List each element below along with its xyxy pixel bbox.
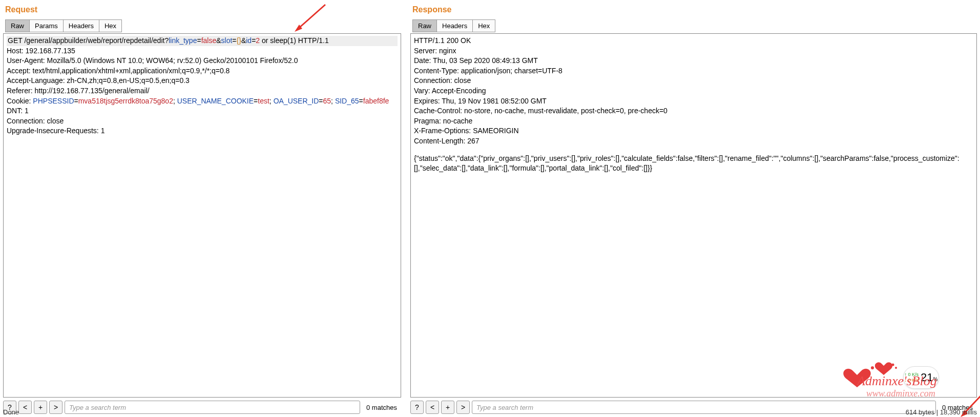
param-key: id: [246, 36, 252, 45]
request-tab-row: Raw Params Headers Hex: [3, 19, 401, 32]
response-line: Content-Length: 267: [414, 136, 973, 147]
help-button[interactable]: ?: [3, 401, 16, 414]
request-search-input[interactable]: [65, 401, 360, 414]
next-match-button[interactable]: >: [456, 401, 470, 414]
tab-hex[interactable]: Hex: [99, 19, 122, 32]
header-line: Connection: close: [7, 116, 398, 127]
header-cookie: Cookie: PHPSESSID=mva518tjsg5errdk8toa75…: [7, 96, 398, 107]
header-line: User-Agent: Mozilla/5.0 (Windows NT 10.0…: [7, 56, 398, 66]
response-search-input[interactable]: [472, 401, 936, 414]
response-line: HTTP/1.1 200 OK: [414, 36, 973, 46]
param-key: link_type: [169, 36, 197, 45]
param-key: slot: [221, 36, 233, 45]
response-line: Cache-Control: no-store, no-cache, must-…: [414, 106, 973, 116]
response-body: {"status":"ok","data":{"priv_organs":[],…: [414, 154, 973, 174]
response-pane: Response Raw Headers Hex HTTP/1.1 200 OK…: [407, 0, 980, 417]
header-line: Referer: http://192.168.77.135/general/e…: [7, 86, 398, 96]
tab-params[interactable]: Params: [29, 19, 64, 32]
response-line: Expires: Thu, 19 Nov 1981 08:52:00 GMT: [414, 96, 973, 107]
param-val: 2: [256, 36, 260, 45]
http-proto: HTTP/1.1: [296, 36, 329, 45]
tab-headers[interactable]: Headers: [63, 19, 99, 32]
header-line: DNT: 1: [7, 106, 398, 116]
prev-match-button[interactable]: <: [426, 401, 439, 414]
http-method: GET: [8, 36, 24, 45]
response-footer: ? < + > 0 matches: [410, 400, 977, 415]
response-line: Connection: close: [414, 76, 973, 86]
add-button[interactable]: +: [34, 401, 47, 414]
response-line: X-Frame-Options: SAMEORIGIN: [414, 126, 973, 136]
param-val: {}: [237, 36, 241, 45]
response-match-count: 0 matches: [938, 402, 977, 413]
tab-hex[interactable]: Hex: [472, 19, 495, 32]
response-title: Response: [412, 5, 975, 14]
response-line: Pragma: no-cache: [414, 116, 973, 127]
response-line: Server: nginx: [414, 46, 973, 56]
request-footer: ? < + > 0 matches: [3, 400, 401, 415]
response-content[interactable]: HTTP/1.1 200 OK Server: nginx Date: Thu,…: [410, 33, 977, 398]
add-button[interactable]: +: [441, 401, 454, 414]
request-first-line: GET /general/appbuilder/web/report/repde…: [7, 36, 398, 46]
sql-injection-text: or sleep(1): [260, 36, 296, 45]
header-line: Accept-Language: zh-CN,zh;q=0.8,en-US;q=…: [7, 76, 398, 86]
app-root: Request Raw Params Headers Hex GET /gene…: [0, 0, 980, 417]
request-match-count: 0 matches: [362, 402, 401, 413]
next-match-button[interactable]: >: [49, 401, 62, 414]
response-line: Content-Type: application/json; charset=…: [414, 66, 973, 76]
param-val: false: [201, 36, 217, 45]
header-line: Accept: text/html,application/xhtml+xml,…: [7, 66, 398, 76]
request-content[interactable]: GET /general/appbuilder/web/report/repde…: [3, 33, 401, 398]
tab-raw[interactable]: Raw: [5, 19, 30, 32]
prev-match-button[interactable]: <: [18, 401, 32, 414]
http-path: /general/appbuilder/web/report/repdetail…: [24, 36, 169, 45]
help-button[interactable]: ?: [410, 401, 424, 414]
request-title: Request: [5, 5, 399, 14]
tab-headers[interactable]: Headers: [436, 19, 473, 32]
response-line: Date: Thu, 03 Sep 2020 08:49:13 GMT: [414, 56, 973, 66]
request-pane: Request Raw Params Headers Hex GET /gene…: [0, 0, 407, 417]
header-line: Host: 192.168.77.135: [7, 46, 398, 56]
tab-raw[interactable]: Raw: [412, 19, 437, 32]
response-tab-row: Raw Headers Hex: [410, 19, 977, 32]
header-line: Upgrade-Insecure-Requests: 1: [7, 126, 398, 136]
response-line: Vary: Accept-Encoding: [414, 86, 973, 96]
